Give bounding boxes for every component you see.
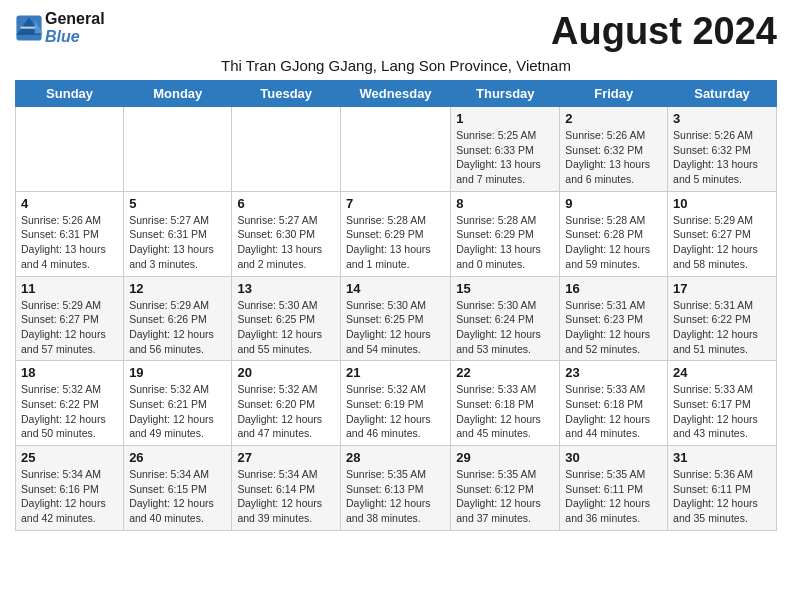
- day-number: 13: [237, 281, 335, 296]
- calendar-cell: 4Sunrise: 5:26 AMSunset: 6:31 PMDaylight…: [16, 191, 124, 276]
- calendar-cell: 27Sunrise: 5:34 AMSunset: 6:14 PMDayligh…: [232, 446, 341, 531]
- calendar-cell: 28Sunrise: 5:35 AMSunset: 6:13 PMDayligh…: [340, 446, 450, 531]
- calendar-cell: 3Sunrise: 5:26 AMSunset: 6:32 PMDaylight…: [668, 107, 777, 192]
- day-number: 12: [129, 281, 226, 296]
- day-number: 19: [129, 365, 226, 380]
- calendar-cell: 12Sunrise: 5:29 AMSunset: 6:26 PMDayligh…: [124, 276, 232, 361]
- week-row-3: 11Sunrise: 5:29 AMSunset: 6:27 PMDayligh…: [16, 276, 777, 361]
- header: General Blue August 2024: [15, 10, 777, 53]
- calendar-cell: 24Sunrise: 5:33 AMSunset: 6:17 PMDayligh…: [668, 361, 777, 446]
- day-number: 18: [21, 365, 118, 380]
- weekday-header-sunday: Sunday: [16, 81, 124, 107]
- day-info: Sunrise: 5:33 AMSunset: 6:17 PMDaylight:…: [673, 382, 771, 441]
- calendar-cell: [16, 107, 124, 192]
- day-info: Sunrise: 5:27 AMSunset: 6:30 PMDaylight:…: [237, 213, 335, 272]
- calendar-cell: 22Sunrise: 5:33 AMSunset: 6:18 PMDayligh…: [451, 361, 560, 446]
- logo-text: General Blue: [45, 10, 105, 45]
- day-info: Sunrise: 5:32 AMSunset: 6:20 PMDaylight:…: [237, 382, 335, 441]
- day-number: 25: [21, 450, 118, 465]
- day-info: Sunrise: 5:35 AMSunset: 6:11 PMDaylight:…: [565, 467, 662, 526]
- day-info: Sunrise: 5:33 AMSunset: 6:18 PMDaylight:…: [565, 382, 662, 441]
- day-info: Sunrise: 5:35 AMSunset: 6:12 PMDaylight:…: [456, 467, 554, 526]
- day-info: Sunrise: 5:28 AMSunset: 6:29 PMDaylight:…: [346, 213, 445, 272]
- calendar-cell: 20Sunrise: 5:32 AMSunset: 6:20 PMDayligh…: [232, 361, 341, 446]
- weekday-header-row: SundayMondayTuesdayWednesdayThursdayFrid…: [16, 81, 777, 107]
- day-number: 30: [565, 450, 662, 465]
- calendar-cell: 23Sunrise: 5:33 AMSunset: 6:18 PMDayligh…: [560, 361, 668, 446]
- calendar-cell: 30Sunrise: 5:35 AMSunset: 6:11 PMDayligh…: [560, 446, 668, 531]
- calendar-cell: 11Sunrise: 5:29 AMSunset: 6:27 PMDayligh…: [16, 276, 124, 361]
- calendar-cell: 13Sunrise: 5:30 AMSunset: 6:25 PMDayligh…: [232, 276, 341, 361]
- day-info: Sunrise: 5:30 AMSunset: 6:24 PMDaylight:…: [456, 298, 554, 357]
- week-row-1: 1Sunrise: 5:25 AMSunset: 6:33 PMDaylight…: [16, 107, 777, 192]
- calendar-cell: 1Sunrise: 5:25 AMSunset: 6:33 PMDaylight…: [451, 107, 560, 192]
- weekday-header-tuesday: Tuesday: [232, 81, 341, 107]
- calendar-cell: 10Sunrise: 5:29 AMSunset: 6:27 PMDayligh…: [668, 191, 777, 276]
- day-number: 9: [565, 196, 662, 211]
- day-number: 27: [237, 450, 335, 465]
- day-number: 11: [21, 281, 118, 296]
- day-info: Sunrise: 5:32 AMSunset: 6:22 PMDaylight:…: [21, 382, 118, 441]
- day-number: 26: [129, 450, 226, 465]
- calendar-body: 1Sunrise: 5:25 AMSunset: 6:33 PMDaylight…: [16, 107, 777, 531]
- calendar-cell: 17Sunrise: 5:31 AMSunset: 6:22 PMDayligh…: [668, 276, 777, 361]
- week-row-5: 25Sunrise: 5:34 AMSunset: 6:16 PMDayligh…: [16, 446, 777, 531]
- day-info: Sunrise: 5:32 AMSunset: 6:19 PMDaylight:…: [346, 382, 445, 441]
- calendar-cell: 25Sunrise: 5:34 AMSunset: 6:16 PMDayligh…: [16, 446, 124, 531]
- day-number: 16: [565, 281, 662, 296]
- day-info: Sunrise: 5:29 AMSunset: 6:27 PMDaylight:…: [21, 298, 118, 357]
- day-number: 5: [129, 196, 226, 211]
- week-row-2: 4Sunrise: 5:26 AMSunset: 6:31 PMDaylight…: [16, 191, 777, 276]
- day-number: 8: [456, 196, 554, 211]
- calendar-cell: 14Sunrise: 5:30 AMSunset: 6:25 PMDayligh…: [340, 276, 450, 361]
- day-number: 1: [456, 111, 554, 126]
- day-number: 28: [346, 450, 445, 465]
- day-number: 15: [456, 281, 554, 296]
- month-title: August 2024: [551, 10, 777, 53]
- calendar-cell: 2Sunrise: 5:26 AMSunset: 6:32 PMDaylight…: [560, 107, 668, 192]
- calendar-cell: 26Sunrise: 5:34 AMSunset: 6:15 PMDayligh…: [124, 446, 232, 531]
- day-number: 14: [346, 281, 445, 296]
- calendar-cell: 7Sunrise: 5:28 AMSunset: 6:29 PMDaylight…: [340, 191, 450, 276]
- day-info: Sunrise: 5:34 AMSunset: 6:15 PMDaylight:…: [129, 467, 226, 526]
- day-number: 31: [673, 450, 771, 465]
- calendar-cell: [232, 107, 341, 192]
- page-container: General Blue August 2024 Thi Tran GJong …: [15, 10, 777, 531]
- weekday-header-saturday: Saturday: [668, 81, 777, 107]
- day-number: 24: [673, 365, 771, 380]
- calendar-table: SundayMondayTuesdayWednesdayThursdayFrid…: [15, 80, 777, 531]
- calendar-cell: 18Sunrise: 5:32 AMSunset: 6:22 PMDayligh…: [16, 361, 124, 446]
- day-info: Sunrise: 5:34 AMSunset: 6:14 PMDaylight:…: [237, 467, 335, 526]
- calendar-cell: 5Sunrise: 5:27 AMSunset: 6:31 PMDaylight…: [124, 191, 232, 276]
- day-info: Sunrise: 5:31 AMSunset: 6:23 PMDaylight:…: [565, 298, 662, 357]
- day-info: Sunrise: 5:32 AMSunset: 6:21 PMDaylight:…: [129, 382, 226, 441]
- calendar-cell: 21Sunrise: 5:32 AMSunset: 6:19 PMDayligh…: [340, 361, 450, 446]
- day-number: 29: [456, 450, 554, 465]
- logo-icon: [15, 14, 43, 42]
- weekday-header-friday: Friday: [560, 81, 668, 107]
- day-info: Sunrise: 5:26 AMSunset: 6:32 PMDaylight:…: [565, 128, 662, 187]
- subtitle: Thi Tran GJong GJang, Lang Son Province,…: [15, 57, 777, 74]
- day-number: 10: [673, 196, 771, 211]
- calendar-cell: 31Sunrise: 5:36 AMSunset: 6:11 PMDayligh…: [668, 446, 777, 531]
- calendar-cell: 6Sunrise: 5:27 AMSunset: 6:30 PMDaylight…: [232, 191, 341, 276]
- day-info: Sunrise: 5:35 AMSunset: 6:13 PMDaylight:…: [346, 467, 445, 526]
- day-number: 7: [346, 196, 445, 211]
- day-info: Sunrise: 5:25 AMSunset: 6:33 PMDaylight:…: [456, 128, 554, 187]
- day-info: Sunrise: 5:30 AMSunset: 6:25 PMDaylight:…: [237, 298, 335, 357]
- logo-area: General Blue: [15, 10, 105, 45]
- calendar-cell: 29Sunrise: 5:35 AMSunset: 6:12 PMDayligh…: [451, 446, 560, 531]
- calendar-cell: [124, 107, 232, 192]
- day-number: 4: [21, 196, 118, 211]
- day-info: Sunrise: 5:27 AMSunset: 6:31 PMDaylight:…: [129, 213, 226, 272]
- calendar-cell: 15Sunrise: 5:30 AMSunset: 6:24 PMDayligh…: [451, 276, 560, 361]
- day-number: 23: [565, 365, 662, 380]
- day-number: 20: [237, 365, 335, 380]
- calendar-cell: 19Sunrise: 5:32 AMSunset: 6:21 PMDayligh…: [124, 361, 232, 446]
- day-info: Sunrise: 5:29 AMSunset: 6:27 PMDaylight:…: [673, 213, 771, 272]
- day-number: 6: [237, 196, 335, 211]
- day-number: 2: [565, 111, 662, 126]
- logo-general: General: [45, 10, 105, 27]
- day-number: 17: [673, 281, 771, 296]
- calendar-header: SundayMondayTuesdayWednesdayThursdayFrid…: [16, 81, 777, 107]
